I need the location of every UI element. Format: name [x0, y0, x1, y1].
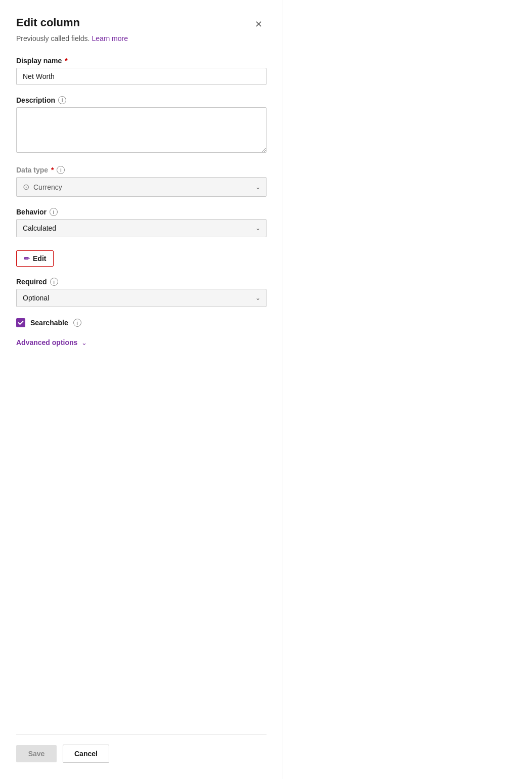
- footer-buttons: Save Cancel: [16, 734, 267, 763]
- subtitle: Previously called fields. Learn more: [16, 34, 267, 42]
- required-star: *: [65, 57, 67, 65]
- required-chevron-icon: ⌄: [255, 294, 260, 301]
- display-name-label: Display name *: [16, 57, 267, 65]
- behavior-chevron-icon: ⌄: [255, 225, 260, 232]
- advanced-options-label: Advanced options: [16, 338, 77, 347]
- searchable-info-icon[interactable]: i: [73, 319, 81, 327]
- required-select-wrapper: Optional ⌄: [16, 289, 267, 307]
- panel-title: Edit column: [16, 16, 80, 29]
- data-type-group: Data type * i ⊙ Currency ⌄: [16, 166, 267, 197]
- edit-button[interactable]: ✏ Edit: [16, 250, 54, 267]
- data-type-required-star: *: [51, 166, 54, 174]
- required-group: Required i Optional ⌄: [16, 278, 267, 307]
- required-info-icon[interactable]: i: [50, 278, 58, 286]
- advanced-options-chevron-icon: ⌄: [81, 339, 87, 347]
- description-label: Description i: [16, 96, 267, 104]
- searchable-row: Searchable i: [16, 318, 267, 327]
- behavior-select-wrapper: Calculated ⌄: [16, 219, 267, 237]
- close-icon: ✕: [255, 19, 262, 30]
- required-select[interactable]: Optional: [16, 289, 267, 307]
- currency-type-icon: ⊙: [23, 182, 29, 192]
- behavior-group: Behavior i Calculated ⌄: [16, 208, 267, 237]
- behavior-select[interactable]: Calculated: [16, 219, 267, 237]
- data-type-chevron-icon: ⌄: [255, 184, 260, 191]
- close-button[interactable]: ✕: [250, 16, 267, 32]
- searchable-label: Searchable: [30, 319, 68, 327]
- description-info-icon[interactable]: i: [58, 96, 66, 104]
- pencil-icon: ✏: [24, 254, 30, 263]
- advanced-options-row[interactable]: Advanced options ⌄: [16, 338, 267, 347]
- checkmark-icon: [18, 320, 24, 326]
- display-name-input[interactable]: [16, 68, 267, 85]
- cancel-button[interactable]: Cancel: [63, 745, 109, 763]
- learn-more-link[interactable]: Learn more: [92, 34, 128, 42]
- footer-spacer: [16, 361, 267, 763]
- data-type-select-wrapper: ⊙ Currency ⌄: [16, 177, 267, 197]
- save-button[interactable]: Save: [16, 745, 57, 762]
- panel-header: Edit column ✕: [16, 16, 267, 32]
- data-type-label: Data type * i: [16, 166, 267, 174]
- display-name-group: Display name *: [16, 57, 267, 85]
- description-group: Description i: [16, 96, 267, 155]
- edit-button-group: ✏ Edit: [16, 248, 267, 267]
- behavior-label: Behavior i: [16, 208, 267, 216]
- description-textarea[interactable]: [16, 107, 267, 153]
- searchable-checkbox[interactable]: [16, 318, 25, 327]
- edit-column-panel: Edit column ✕ Previously called fields. …: [0, 0, 283, 779]
- behavior-info-icon[interactable]: i: [50, 208, 58, 216]
- data-type-info-icon[interactable]: i: [57, 166, 65, 174]
- data-type-select[interactable]: ⊙ Currency: [16, 177, 267, 197]
- required-label: Required i: [16, 278, 267, 286]
